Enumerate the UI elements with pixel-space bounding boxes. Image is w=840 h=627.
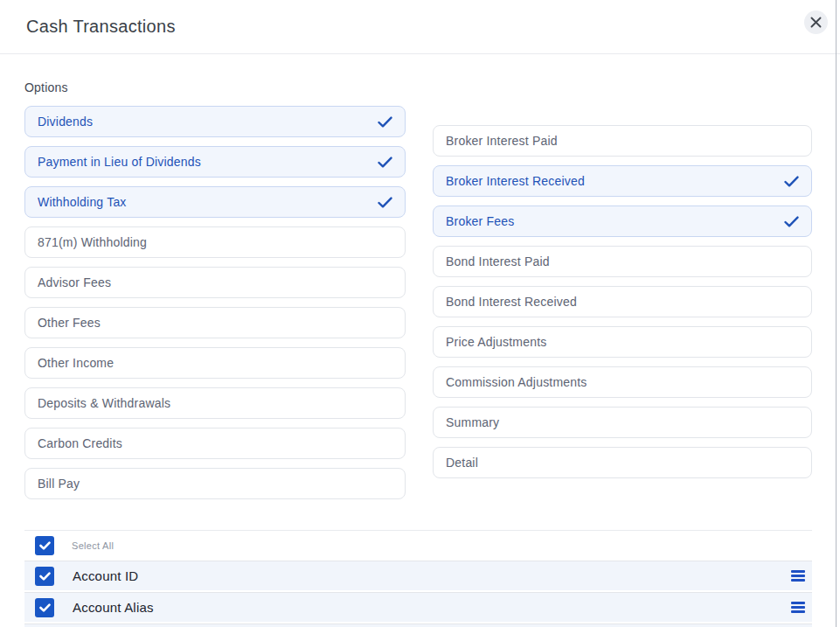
option-withholding-tax[interactable]: Withholding Tax [24,186,406,218]
field-row-model[interactable]: Model [24,624,812,627]
select-all-checkbox[interactable] [35,536,54,555]
option-payment-in-lieu-of-dividends[interactable]: Payment in Lieu of Dividends [24,146,406,178]
close-button[interactable] [804,10,828,34]
option-label: Bill Pay [38,477,80,491]
options-columns: Dividends Payment in Lieu of Dividends W… [24,106,812,508]
option-dividends[interactable]: Dividends [24,106,406,137]
option-bill-pay[interactable]: Bill Pay [24,468,406,499]
field-row-account-alias[interactable]: Account Alias [24,592,812,622]
option-label: Broker Interest Received [446,174,585,188]
fields-section: Select All Account ID Account Alias [24,530,812,627]
option-broker-interest-received[interactable]: Broker Interest Received [433,165,812,197]
option-label: Dividends [38,115,93,129]
option-label: Advisor Fees [38,275,111,289]
option-bond-interest-received[interactable]: Bond Interest Received [433,286,812,317]
option-label: Price Adjustments [446,335,546,349]
option-other-fees[interactable]: Other Fees [24,307,406,338]
option-label: Detail [446,456,478,470]
option-label: Other Income [38,356,114,370]
option-label: 871(m) Withholding [38,235,147,249]
option-other-income[interactable]: Other Income [24,347,406,379]
check-icon [784,216,799,227]
modal-body: Options Dividends Payment in Lieu of Div… [0,54,840,627]
check-icon [784,176,799,187]
field-row-label: Account ID [73,568,138,583]
page-title: Cash Transactions [0,17,176,37]
field-checkbox[interactable] [35,567,54,586]
option-carbon-credits[interactable]: Carbon Credits [24,428,406,459]
option-label: Other Fees [38,316,101,330]
option-broker-fees[interactable]: Broker Fees [433,206,812,237]
option-label: Commission Adjustments [446,375,587,389]
options-column-left: Dividends Payment in Lieu of Dividends W… [24,106,406,508]
options-column-right: Broker Interest Paid Broker Interest Rec… [433,125,812,508]
drag-handle-icon[interactable] [791,600,805,615]
checkbox-check-icon [39,603,51,612]
cash-transactions-modal: Cash Transactions Options Dividends Paym… [0,0,840,627]
checkbox-check-icon [39,572,51,581]
option-label: Broker Fees [446,214,514,228]
option-label: Withholding Tax [38,195,127,209]
option-commission-adjustments[interactable]: Commission Adjustments [433,366,812,398]
option-label: Bond Interest Received [446,295,577,309]
option-label: Broker Interest Paid [446,134,558,148]
option-label: Deposits & Withdrawals [38,396,170,410]
field-row-account-id[interactable]: Account ID [24,561,812,590]
option-advisor-fees[interactable]: Advisor Fees [24,267,406,298]
option-deposits-withdrawals[interactable]: Deposits & Withdrawals [24,387,406,419]
option-bond-interest-paid[interactable]: Bond Interest Paid [433,246,812,277]
check-icon [378,157,392,168]
option-label: Payment in Lieu of Dividends [38,155,201,169]
close-icon [810,17,822,28]
option-broker-interest-paid[interactable]: Broker Interest Paid [433,125,812,157]
option-871m-withholding[interactable]: 871(m) Withholding [24,226,406,258]
check-icon [378,197,392,208]
drag-handle-icon[interactable] [791,568,805,583]
option-label: Bond Interest Paid [446,254,550,268]
field-row-label: Account Alias [73,600,154,615]
select-all-row[interactable]: Select All [24,531,812,561]
field-checkbox[interactable] [35,598,54,617]
option-price-adjustments[interactable]: Price Adjustments [433,326,812,358]
options-section-label: Options [24,54,812,94]
scrollbar-track-edge[interactable] [836,0,837,627]
option-label: Summary [446,415,499,429]
option-summary[interactable]: Summary [433,407,812,438]
check-icon [378,116,392,128]
select-all-label: Select All [72,540,114,551]
modal-header: Cash Transactions [0,0,840,54]
option-detail[interactable]: Detail [433,447,812,478]
option-label: Carbon Credits [38,436,122,450]
checkbox-check-icon [39,541,51,550]
